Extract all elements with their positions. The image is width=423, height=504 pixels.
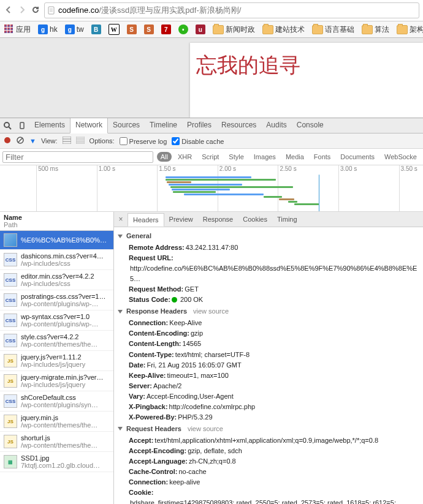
header-value: no-cache: [178, 467, 206, 477]
bookmark-item[interactable]: 建站技术: [261, 24, 307, 36]
request-name: editor.min.css?ver=4.2.2: [21, 273, 94, 280]
view-small-icon[interactable]: [76, 137, 85, 145]
bookmark-item[interactable]: 应用: [2, 24, 32, 36]
request-row[interactable]: CSSstyle.css?ver=4.2.2/wp-content/themes…: [0, 331, 113, 351]
bookmark-icon: g: [38, 24, 48, 34]
bookmark-item[interactable]: 新闻时政: [211, 24, 257, 36]
bookmark-item[interactable]: gtw: [63, 24, 86, 35]
bookmark-label: hk: [50, 25, 58, 34]
header-row: X-Powered-By: PHP/5.3.29: [129, 412, 419, 423]
clear-button[interactable]: [16, 136, 25, 146]
waterfall-bar: [166, 179, 276, 181]
file-type-icon: ▦: [4, 455, 17, 468]
request-row[interactable]: JSjquery.js?ver=1.11.2/wp-includes/js/jq…: [0, 351, 113, 371]
page-content: 忘我的追寻: [0, 38, 423, 118]
request-row[interactable]: CSSpostratings-css.css?ver=1…/wp-content…: [0, 290, 113, 310]
detail-tab-headers[interactable]: Headers: [128, 213, 164, 227]
filter-xhr[interactable]: XHR: [174, 152, 196, 162]
bookmark-item[interactable]: u: [194, 24, 207, 35]
filter-style[interactable]: Style: [225, 152, 247, 162]
section-header[interactable]: General: [118, 231, 419, 241]
filter-websocke[interactable]: WebSocke: [381, 152, 421, 162]
bookmark-item[interactable]: ghk: [36, 24, 59, 35]
disable-cache-checkbox[interactable]: Disable cache: [172, 137, 224, 145]
header-key: Connection:: [129, 318, 168, 328]
bookmark-item[interactable]: S: [125, 24, 139, 35]
waterfall-bar: [264, 196, 282, 198]
reload-button[interactable]: [31, 5, 40, 17]
detail-tab-preview[interactable]: Preview: [164, 213, 198, 225]
request-name: style.css?ver=4.2.2: [21, 333, 97, 340]
search-icon[interactable]: [0, 118, 15, 133]
close-details-button[interactable]: ×: [114, 215, 128, 224]
header-value: PHP/5.3.29: [178, 412, 212, 423]
devtools-tab-timeline[interactable]: Timeline: [145, 118, 182, 133]
request-row[interactable]: ▦SSD1.jpg7ktqfj.com1.z0.glb.cloud…: [0, 452, 113, 472]
bookmark-item[interactable]: B: [90, 24, 103, 35]
bookmark-item[interactable]: W: [107, 23, 121, 36]
record-button[interactable]: [4, 137, 11, 145]
ruler-tick: 1.00 s: [97, 165, 115, 211]
header-value: gzip: [191, 328, 203, 339]
request-details: × HeadersPreviewResponseCookiesTiming Ge…: [114, 212, 423, 504]
request-row[interactable]: JSjquery.min.js/wp-content/themes/the…: [0, 412, 113, 432]
detail-tab-timing[interactable]: Timing: [272, 213, 302, 225]
network-overview[interactable]: 500 ms1.00 s1.50 s2.00 s2.50 s3.00 s3.50…: [0, 165, 423, 212]
filter-script[interactable]: Script: [198, 152, 223, 162]
filter-input[interactable]: [2, 151, 153, 163]
filter-all[interactable]: All: [157, 152, 172, 162]
request-name: jquery-migrate.min.js?ver…: [21, 374, 103, 381]
devtools-tab-resources[interactable]: Resources: [216, 118, 261, 133]
header-row: Request URL: http://codefine.co/%E6%BC%A…: [129, 253, 419, 284]
view-source-link[interactable]: view source: [193, 306, 229, 317]
request-row[interactable]: CSSdashicons.min.css?ver=4…/wp-includes/…: [0, 250, 113, 270]
bookmark-item[interactable]: 架构设计: [395, 24, 423, 36]
bookmark-item[interactable]: 算法: [360, 24, 391, 36]
back-button[interactable]: [4, 5, 13, 17]
filter-icon[interactable]: ▼: [29, 137, 36, 145]
bookmark-item[interactable]: 7: [159, 24, 173, 35]
header-key: Cache-Control:: [129, 467, 177, 477]
file-type-icon: CSS: [4, 273, 17, 287]
request-name: jquery.min.js: [21, 414, 97, 421]
request-row[interactable]: %E6%BC%AB%E8%B0%8…: [0, 231, 113, 250]
request-row[interactable]: CSSwp-syntax.css?ver=1.0/wp-content/plug…: [0, 310, 113, 331]
devtools-tab-network[interactable]: Network: [70, 118, 108, 134]
detail-tab-cookies[interactable]: Cookies: [238, 213, 272, 225]
request-row[interactable]: CSSeditor.min.css?ver=4.2.2/wp-includes/…: [0, 270, 113, 290]
section-header[interactable]: Request Headersview source: [118, 424, 419, 434]
request-name: SSD1.jpg: [21, 454, 100, 462]
bookmark-icon: [312, 25, 323, 34]
file-type-icon: [4, 233, 17, 247]
section-header[interactable]: Response Headersview source: [118, 306, 419, 317]
filter-media[interactable]: Media: [282, 152, 308, 162]
filter-fonts[interactable]: Fonts: [310, 152, 335, 162]
waterfall-bar: [319, 175, 319, 211]
detail-tab-response[interactable]: Response: [198, 213, 238, 225]
bookmark-item[interactable]: S: [142, 24, 156, 35]
header-key: X-Powered-By:: [129, 412, 177, 423]
bookmark-label: 建站技术: [275, 24, 305, 35]
devtools-tab-sources[interactable]: Sources: [108, 118, 145, 133]
device-icon[interactable]: [15, 118, 29, 133]
filter-documents[interactable]: Documents: [337, 152, 378, 162]
request-row[interactable]: JSshorturl.js/wp-content/themes/the…: [0, 432, 113, 452]
filter-type-pills: AllXHRScriptStyleImagesMediaFontsDocumen…: [157, 152, 421, 162]
view-large-icon[interactable]: [63, 137, 71, 145]
preserve-log-checkbox[interactable]: Preserve log: [120, 137, 167, 145]
address-bar[interactable]: codefine.co/漫谈ssd原理与应用实践pdf-新浪杨尚刚/: [44, 2, 419, 18]
devtools-tab-console[interactable]: Console: [292, 118, 329, 133]
waterfall-bar: [172, 189, 230, 190]
options-label: Options:: [90, 137, 115, 145]
devtools-tab-audits[interactable]: Audits: [261, 118, 291, 133]
view-source-link[interactable]: view source: [188, 424, 223, 434]
request-row[interactable]: CSSshCoreDefault.css/wp-content/plugins/…: [0, 391, 113, 412]
devtools-tab-elements[interactable]: Elements: [29, 118, 70, 133]
forward-button[interactable]: [17, 5, 27, 17]
bookmark-item[interactable]: •: [177, 24, 190, 35]
bookmark-icon: 7: [161, 24, 171, 34]
bookmark-item[interactable]: 语言基础: [310, 24, 356, 36]
request-row[interactable]: JSjquery-migrate.min.js?ver…/wp-includes…: [0, 371, 113, 391]
filter-images[interactable]: Images: [250, 152, 280, 162]
devtools-tab-profiles[interactable]: Profiles: [182, 118, 216, 133]
